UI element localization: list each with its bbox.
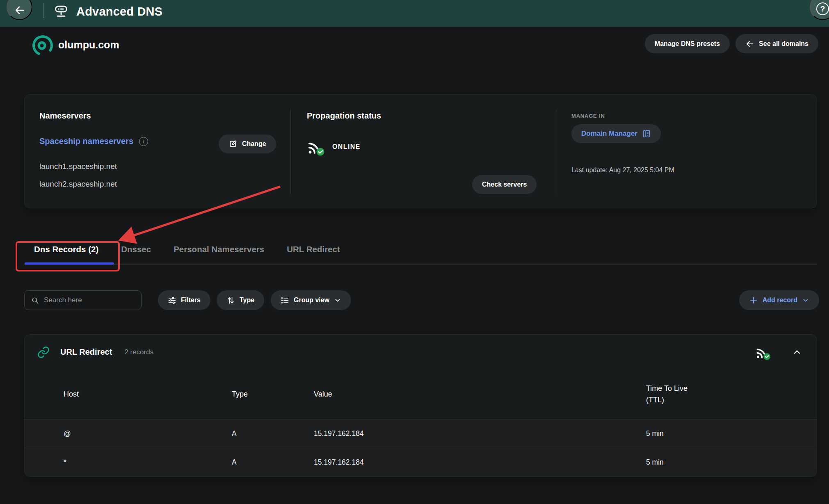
- active-tab-underline: [25, 262, 114, 265]
- page-title: Advanced DNS: [76, 5, 162, 18]
- column-header-ttl: Time To Live (TTL): [646, 383, 700, 406]
- tab-dns-records[interactable]: Dns Records (2): [34, 244, 98, 254]
- nameservers-heading: Nameservers: [39, 111, 91, 121]
- check-servers-button[interactable]: Check servers: [472, 175, 537, 194]
- tab-personal-nameservers[interactable]: Personal Nameservers: [174, 244, 264, 254]
- tab-dnssec[interactable]: Dnssec: [121, 244, 151, 254]
- edit-icon: [228, 139, 238, 148]
- top-bar: Advanced DNS ?: [0, 0, 829, 27]
- url-redirect-group-card: URL Redirect 2 records Host Type Value T…: [24, 334, 817, 477]
- nameservers-provider-link[interactable]: Spaceship nameservers: [39, 137, 133, 146]
- cell-host: *: [64, 458, 232, 467]
- group-view-button[interactable]: Group view: [271, 290, 351, 310]
- column-header-value: Value: [314, 389, 646, 400]
- column-header-type: Type: [232, 389, 314, 400]
- chevron-up-icon: [792, 347, 802, 357]
- cell-ttl: 5 min: [646, 458, 817, 467]
- table-row[interactable]: * A 15.197.162.184 5 min: [25, 448, 817, 477]
- list-icon: [281, 296, 289, 305]
- plus-icon: [749, 296, 758, 305]
- add-record-button[interactable]: Add record: [739, 290, 819, 310]
- left-arrow-icon: [745, 39, 754, 48]
- topbar-divider: [43, 3, 44, 18]
- cell-type: A: [232, 429, 314, 438]
- column-header-host: Host: [64, 389, 232, 400]
- tabs-baseline: [24, 265, 817, 265]
- tabs: Dns Records (2) Dnssec Personal Nameserv…: [24, 244, 340, 254]
- last-update-text: Last update: Aug 27, 2025 5:04 PM: [571, 166, 674, 174]
- nameserver-2: launch2.spaceship.net: [39, 180, 117, 189]
- change-nameservers-button[interactable]: Change: [219, 135, 276, 153]
- nameserver-1: launch1.spaceship.net: [39, 162, 117, 171]
- filters-button[interactable]: Filters: [158, 290, 210, 310]
- domain-header: olumpu.com Manage DNS presets See all do…: [0, 27, 829, 68]
- manage-dns-presets-button[interactable]: Manage DNS presets: [645, 34, 730, 53]
- question-mark-icon: ?: [816, 2, 829, 15]
- table-header-row: Host Type Value Time To Live (TTL): [25, 369, 817, 419]
- cell-ttl: 5 min: [646, 429, 817, 438]
- manage-in-label: MANAGE IN: [571, 113, 605, 119]
- cell-value: 15.197.162.184: [314, 458, 646, 467]
- group-title: URL Redirect: [60, 347, 112, 357]
- propagation-heading: Propagation status: [307, 111, 381, 121]
- search-box: [24, 290, 142, 310]
- see-all-domains-button[interactable]: See all domains: [735, 34, 818, 53]
- group-record-count: 2 records: [124, 348, 153, 356]
- link-icon: [37, 346, 50, 359]
- back-arrow-icon: [14, 5, 25, 16]
- dns-app-icon: [53, 4, 69, 19]
- domain-manager-icon: [642, 129, 651, 138]
- tab-url-redirect[interactable]: URL Redirect: [287, 244, 340, 254]
- help-button[interactable]: ?: [810, 0, 829, 20]
- overview-card: Nameservers Spaceship nameservers i Chan…: [24, 94, 817, 208]
- cell-host: @: [64, 429, 232, 438]
- section-divider: [290, 109, 291, 194]
- chevron-down-icon: [334, 296, 341, 304]
- cell-type: A: [232, 458, 314, 467]
- chevron-down-icon: [802, 296, 809, 304]
- domain-name: olumpu.com: [58, 39, 119, 51]
- domain-manager-button[interactable]: Domain Manager: [571, 124, 661, 143]
- info-icon[interactable]: i: [139, 137, 148, 146]
- filters-icon: [168, 296, 176, 305]
- sort-arrows-icon: [226, 296, 235, 305]
- search-input[interactable]: [44, 296, 135, 304]
- cell-value: 15.197.162.184: [314, 429, 646, 438]
- type-sort-button[interactable]: Type: [217, 290, 264, 310]
- back-button[interactable]: [7, 0, 32, 20]
- propagation-status: ONLINE: [307, 138, 361, 156]
- section-divider: [556, 109, 556, 194]
- group-header: URL Redirect 2 records: [25, 335, 817, 369]
- online-status-label: ONLINE: [332, 143, 361, 151]
- group-status-signal-icon: [755, 344, 772, 360]
- search-icon: [31, 296, 39, 305]
- signal-online-icon: [307, 138, 326, 156]
- collapse-group-button[interactable]: [790, 345, 804, 360]
- spaceship-logo-icon: [30, 33, 55, 58]
- table-row[interactable]: @ A 15.197.162.184 5 min: [25, 419, 817, 448]
